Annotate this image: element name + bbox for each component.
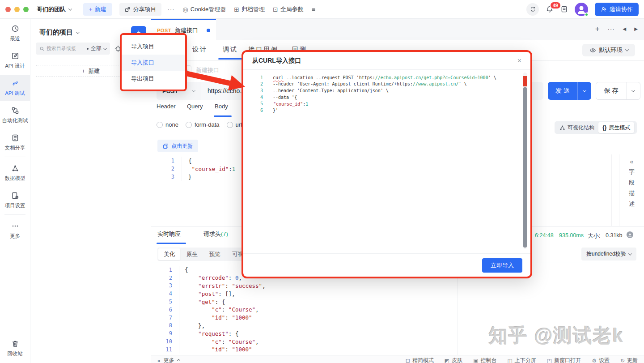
- active-tab-underline: [218, 58, 244, 60]
- code-line: 9 "request": {: [151, 329, 266, 337]
- scrollbar-thumb[interactable]: [523, 87, 527, 248]
- statusbar-item[interactable]: ◳ 新窗口打开: [547, 357, 581, 363]
- code-text: "post": [],: [179, 290, 235, 298]
- code-line: 5 "course_id":1: [243, 100, 530, 107]
- sidebar-item-recent[interactable]: 最近: [0, 20, 30, 46]
- archive-manager-button[interactable]: ⊞ 归档管理: [234, 5, 265, 13]
- statusbar-more[interactable]: « 更多: [157, 357, 180, 363]
- statusbar-item[interactable]: ↻ 更新: [620, 357, 638, 363]
- code-text: "course_id":1: [182, 165, 235, 173]
- memo-icon: [560, 5, 568, 13]
- response-body-viewer[interactable]: 1 { 2 "errcode": 0, 3 "errstr": "success…: [151, 266, 266, 354]
- line-number: 1: [151, 267, 172, 273]
- sidebar-item-api-design[interactable]: API 设计: [0, 47, 30, 73]
- code-text: },: [179, 322, 205, 330]
- view-beautify-button[interactable]: 美化: [158, 248, 180, 260]
- tab-query[interactable]: Query: [187, 103, 203, 110]
- download-icon[interactable]: [626, 231, 634, 239]
- send-options-button[interactable]: [578, 90, 591, 92]
- braces-icon: {}: [602, 124, 606, 131]
- close-icon[interactable]: ×: [517, 57, 521, 65]
- search-input[interactable]: 搜索目录或接 全部: [36, 43, 110, 55]
- statusbar-item[interactable]: ⊟ 精简模式: [406, 357, 434, 363]
- close-window-button[interactable]: [5, 7, 11, 12]
- sidebar-item-project-settings[interactable]: 项目设置: [0, 187, 30, 213]
- sidebar-item-data-model[interactable]: 数据模型: [0, 160, 30, 186]
- tab-request-headers[interactable]: 请求头(7): [203, 230, 228, 238]
- tab-debug[interactable]: 调试: [223, 46, 238, 54]
- add-tab-button[interactable]: +: [595, 25, 600, 34]
- save-options-button[interactable]: [627, 90, 640, 92]
- topbar-right: 49 邀请协作: [526, 3, 639, 16]
- body-type-radio[interactable]: form-data: [186, 121, 220, 128]
- prev-tab-button[interactable]: ◀: [623, 26, 627, 31]
- code-line: 6 "c": "Course",: [151, 306, 266, 314]
- sidebar-item-auto-test[interactable]: 自动化测试: [0, 102, 30, 128]
- menu-item-import-project[interactable]: 导入项目: [122, 38, 185, 55]
- project-switcher[interactable]: 哥们的项目: [39, 28, 79, 37]
- collapse-icon[interactable]: «: [630, 158, 634, 165]
- topbar: 哥们的团队 + 新建 分享项目 ··· ◎ Cookie管理器 ⊞ 归档管理 ⊡…: [0, 0, 644, 19]
- radio-circle-icon[interactable]: [186, 122, 192, 128]
- statusbar-item[interactable]: ▣ 控制台: [473, 357, 496, 363]
- code-line: 3 "errstr": "success",: [151, 282, 266, 290]
- body-type-radio[interactable]: none: [157, 121, 178, 128]
- validate-dropdown[interactable]: 按undefined校验: [581, 248, 636, 261]
- minimize-window-button[interactable]: [14, 7, 20, 12]
- team-switcher[interactable]: 哥们的团队: [37, 5, 72, 13]
- tab-header[interactable]: Header: [157, 103, 176, 110]
- save-button[interactable]: 保存: [596, 82, 640, 100]
- sidebar-item-more[interactable]: 更多: [0, 218, 30, 243]
- statusbar-item-icon: ↻: [620, 358, 625, 363]
- view-raw-button[interactable]: 原生: [181, 248, 203, 260]
- person-icon: [601, 6, 607, 13]
- radio-circle-icon[interactable]: [157, 122, 163, 128]
- sidebar-item-doc-share[interactable]: 文档分享: [0, 129, 30, 155]
- line-number: 5: [151, 299, 172, 305]
- import-now-button[interactable]: 立即导入: [482, 258, 522, 273]
- list-view-icon[interactable]: ≡: [312, 6, 315, 13]
- global-params-button[interactable]: ⊡ 全局参数: [273, 5, 304, 13]
- tab-body[interactable]: Body: [215, 103, 228, 110]
- statusbar-item[interactable]: ⚙ 设置: [592, 357, 610, 363]
- environment-dropdown[interactable]: 默认环境: [582, 44, 635, 56]
- tab-design[interactable]: 设计: [192, 46, 208, 54]
- scrollbar[interactable]: [523, 73, 527, 249]
- chevron-down-icon: [103, 46, 107, 50]
- changelog-button[interactable]: [560, 5, 568, 13]
- search-filter-dropdown[interactable]: 全部: [87, 45, 106, 52]
- statusbar: « 更多 ⊟ 精简模式 ◩ 皮肤 ▣ 控制台 ◫ 上下分屏: [151, 355, 644, 363]
- tab-live-response[interactable]: 实时响应: [157, 230, 181, 238]
- new-button[interactable]: + 新建: [83, 3, 112, 16]
- statusbar-item[interactable]: ◫ 上下分屏: [507, 357, 536, 363]
- cookie-manager-button[interactable]: ◎ Cookie管理器: [183, 5, 226, 13]
- share-project-button[interactable]: 分享项目: [119, 3, 161, 16]
- notifications-button[interactable]: 49: [546, 5, 554, 13]
- avatar[interactable]: [575, 3, 588, 16]
- statusbar-item[interactable]: ◩ 皮肤: [445, 357, 462, 363]
- field-description-rail[interactable]: « 字 段 描 述: [619, 154, 644, 226]
- curl-textarea[interactable]: 1 curl --location --request POST 'https:…: [243, 70, 530, 253]
- sidebar-item-api-debug[interactable]: API 调试: [0, 75, 30, 101]
- clock-icon: [11, 25, 19, 33]
- maximize-window-button[interactable]: [23, 7, 29, 12]
- code-line: 11 "id": "1000": [151, 346, 266, 354]
- plus-icon: +: [82, 68, 85, 74]
- view-preview-button[interactable]: 预览: [204, 248, 226, 260]
- invite-collaborate-button[interactable]: 邀请协作: [595, 3, 639, 16]
- menu-item-export-project[interactable]: 导出项目: [122, 71, 185, 87]
- menu-item-import-api[interactable]: 导入接口: [122, 55, 185, 71]
- radio-circle-icon[interactable]: [227, 122, 233, 128]
- click-update-button[interactable]: 点击更新: [157, 140, 198, 152]
- request-body-editor[interactable]: 1 { 2 "course_id":1 3 }: [151, 157, 235, 181]
- tab-more-button[interactable]: ···: [608, 26, 615, 32]
- send-button[interactable]: 发送: [548, 82, 591, 100]
- code-text: "request": {: [179, 329, 238, 337]
- raw-mode-button[interactable]: {} 原生模式: [598, 122, 634, 133]
- chevron-down-icon: [583, 88, 586, 92]
- more-actions-icon[interactable]: ···: [168, 6, 175, 13]
- sidebar-item-trash[interactable]: 回收站: [0, 335, 30, 361]
- sync-button[interactable]: [526, 3, 539, 16]
- next-tab-button[interactable]: ▶: [634, 26, 638, 31]
- visual-structure-mode-button[interactable]: 可视化结构: [555, 122, 598, 133]
